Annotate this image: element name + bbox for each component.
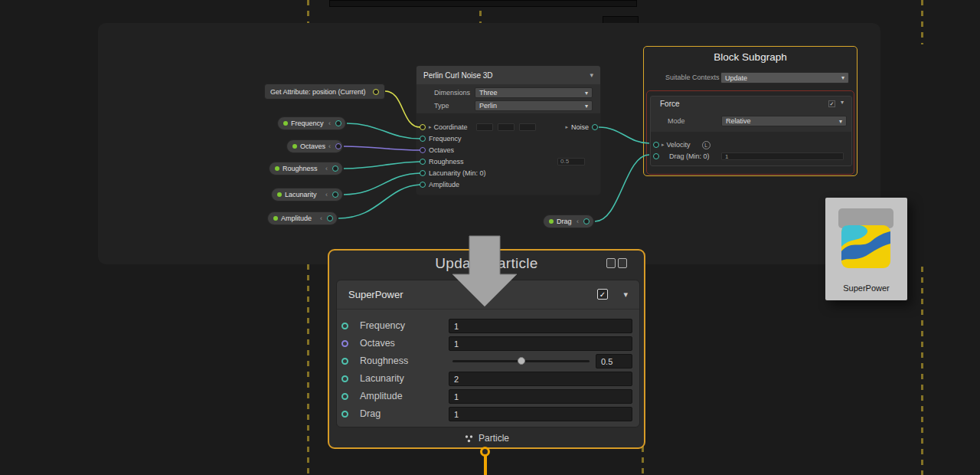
collapse-icon[interactable]: ‹ — [325, 165, 329, 172]
perlin-curl-noise-node[interactable]: Perlin Curl Noise 3D ▾ Dimensions Three … — [416, 65, 601, 195]
output-port-icon[interactable] — [373, 89, 379, 95]
particle-icon — [464, 434, 474, 444]
coordinate-y-field[interactable] — [498, 123, 514, 131]
output-port-icon[interactable] — [332, 192, 338, 198]
check-icon: ✓ — [599, 290, 606, 299]
node-title: Get Attribute: position (Current) — [270, 88, 366, 96]
local-space-badge[interactable]: L — [702, 141, 710, 149]
pill-label: Roughness — [283, 165, 318, 172]
input-port-icon[interactable] — [341, 340, 348, 347]
input-port-icon[interactable] — [420, 124, 426, 130]
force-block[interactable]: Force ✓ ▾ Mode Relative ▾ ▸ Velocity L D… — [650, 96, 852, 166]
property-color-dot — [275, 166, 279, 171]
superpower-asset-icon — [841, 221, 890, 268]
parameter-node-octaves[interactable]: Octaves‹ — [286, 139, 343, 153]
dropdown-arrow-icon: ▾ — [841, 74, 844, 81]
block-enabled-checkbox[interactable]: ✓ — [828, 100, 835, 107]
collapse-icon[interactable]: ‹ — [320, 215, 324, 222]
collapse-icon[interactable]: ‹ — [577, 218, 580, 225]
input-port-icon[interactable] — [653, 153, 659, 159]
property-color-dot — [292, 144, 297, 149]
roughness-value-field[interactable]: 0.5 — [557, 158, 585, 165]
node-title: Perlin Curl Noise 3D — [423, 71, 493, 80]
input-port-icon[interactable] — [341, 323, 348, 329]
input-port-icon[interactable] — [653, 142, 659, 148]
input-port-icon[interactable] — [420, 136, 426, 142]
input-label: Velocity — [667, 141, 691, 149]
row-label: Drag — [360, 405, 381, 423]
input-port-icon[interactable] — [420, 159, 426, 165]
input-port-icon[interactable] — [420, 147, 426, 153]
mode-dropdown[interactable]: Relative ▾ — [721, 116, 847, 126]
output-label: Noise — [571, 123, 589, 131]
input-label: Drag (Min: 0) — [669, 152, 710, 160]
flow-anchor[interactable] — [480, 447, 490, 457]
parameter-node-drag[interactable]: Drag‹ — [543, 215, 594, 228]
dropdown-value: Three — [479, 89, 498, 97]
noise-output-port-icon[interactable] — [592, 124, 598, 130]
block-collapse-icon[interactable]: ▾ — [841, 99, 844, 106]
block-subgraph-panel[interactable]: Block Subgraph Suitable Contexts Update … — [643, 46, 858, 176]
background-flow-line — [307, 0, 309, 23]
output-port-icon[interactable] — [327, 215, 333, 221]
block-collapse-icon[interactable]: ▾ — [623, 290, 628, 300]
slider-thumb[interactable] — [518, 357, 525, 365]
dropdown-arrow-icon: ▾ — [839, 118, 842, 125]
value-field[interactable]: 1 — [449, 407, 632, 421]
row-label: Roughness — [360, 352, 408, 370]
collapse-icon[interactable]: ‹ — [325, 191, 329, 198]
subgraph-title: Block Subgraph — [644, 51, 857, 63]
block-row: Frequency 1 — [337, 317, 641, 335]
parameter-node-roughness[interactable]: Roughness‹ — [269, 162, 343, 175]
block-enabled-checkbox[interactable]: ✓ — [597, 289, 608, 300]
context-options-icon[interactable] — [606, 258, 627, 268]
input-port-icon[interactable] — [420, 170, 426, 176]
block-title: Force — [660, 100, 680, 108]
value-field[interactable]: 1 — [449, 389, 632, 404]
suitable-contexts-dropdown[interactable]: Update ▾ — [720, 72, 849, 84]
input-port-icon[interactable] — [341, 358, 348, 365]
pill-label: Drag — [557, 218, 572, 225]
collapse-icon[interactable]: ‹ — [328, 142, 332, 150]
parameter-node-amplitude[interactable]: Amplitude‹ — [267, 211, 338, 225]
coordinate-z-field[interactable] — [519, 123, 536, 131]
expander-icon[interactable]: ▸ — [565, 124, 568, 130]
output-port-icon[interactable] — [583, 218, 590, 224]
input-port-icon[interactable] — [341, 375, 348, 382]
parameter-node-lacunarity[interactable]: Lacunarity‹ — [271, 188, 343, 201]
type-dropdown[interactable]: Perlin ▾ — [475, 100, 593, 111]
background-flow-line — [307, 264, 309, 475]
transition-arrow — [443, 234, 528, 308]
output-port-icon[interactable] — [335, 143, 341, 149]
mode-label: Mode — [668, 117, 685, 125]
input-label: Roughness — [429, 158, 464, 165]
value-field[interactable]: 1 — [449, 319, 632, 333]
value-field[interactable]: 0.5 — [596, 354, 632, 369]
suitable-contexts-label: Suitable Contexts — [665, 74, 720, 81]
input-label: Octaves — [429, 146, 454, 154]
background-flow-line — [921, 0, 923, 44]
parameter-node-frequency[interactable]: Frequency‹ — [277, 116, 346, 130]
expander-icon[interactable]: ▸ — [662, 142, 665, 148]
pill-label: Lacunarity — [285, 191, 317, 198]
row-label: Amplitude — [360, 388, 403, 405]
node-collapse-icon[interactable]: ▾ — [590, 71, 593, 79]
input-port-icon[interactable] — [420, 182, 426, 188]
coordinate-x-field[interactable] — [476, 123, 493, 131]
block-row: Octaves 1 — [337, 335, 641, 352]
output-port-icon[interactable] — [335, 120, 341, 126]
output-port-icon[interactable] — [332, 165, 338, 172]
flow-edge — [484, 455, 487, 475]
collapse-icon[interactable]: ‹ — [328, 120, 332, 127]
drag-value-field[interactable]: 1 — [721, 152, 844, 160]
input-port-icon[interactable] — [341, 393, 348, 400]
row-label: Lacunarity — [360, 370, 404, 388]
input-label: Frequency — [429, 135, 462, 142]
get-attribute-node[interactable]: Get Attribute: position (Current) — [264, 84, 385, 100]
expander-icon[interactable]: ▸ — [429, 124, 432, 130]
value-field[interactable]: 2 — [449, 372, 632, 386]
dimensions-dropdown[interactable]: Three ▾ — [475, 87, 593, 98]
value-field[interactable]: 1 — [449, 336, 632, 351]
input-port-icon[interactable] — [341, 411, 348, 418]
asset-card[interactable]: SuperPower — [825, 198, 907, 300]
